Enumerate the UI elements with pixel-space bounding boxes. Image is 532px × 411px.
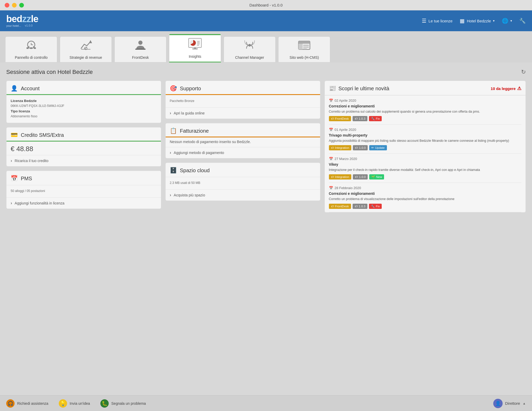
svg-rect-3 xyxy=(34,47,36,49)
spazio-card: 🗄️ Spazio cloud 2.3 MB usati di 50 MB › … xyxy=(165,163,320,201)
spazio-title: Spazio cloud xyxy=(180,168,210,174)
tag-label: Integration xyxy=(335,175,349,178)
licenses-button[interactable]: ☰ Le tue licenze xyxy=(422,18,453,24)
pms-card-header: 📅 PMS xyxy=(7,171,161,185)
cards-grid: 👤 Account Licenza Bedzzle 06KK-U2WT-FQSX… xyxy=(6,81,526,213)
tag-label: Update xyxy=(375,146,385,149)
assistenza-button[interactable]: 🎧 Richiedi assistenza xyxy=(6,399,48,408)
account-body: Licenza Bedzzle 06KK-U2WT-FQSX-3LU2-5WMJ… xyxy=(7,95,161,123)
tab-strategie[interactable]: Strategie di revenue xyxy=(60,36,112,62)
news-alert-icon: ⚠ xyxy=(517,86,521,91)
credito-card: 💳 Credito SMS/Extra € 48.88 › Ricarica i… xyxy=(6,127,161,166)
svg-rect-1 xyxy=(27,47,29,49)
fatturazione-link[interactable]: › Aggiungi metodo di pagamento xyxy=(166,147,320,158)
tag-icon: 🏷 xyxy=(331,146,334,149)
calendar-icon: 📅 xyxy=(329,186,333,190)
language-button[interactable]: 🌐 ▾ xyxy=(502,18,512,24)
spazio-body: 2.3 MB usati di 50 MB xyxy=(166,177,320,189)
tab-sitoweb[interactable]: Sito web (H-CMS) xyxy=(278,36,330,62)
idea-button[interactable]: 💡 Invia un'idea xyxy=(59,399,90,408)
news-item-title: Vikey xyxy=(329,162,521,166)
tab-strategie-label: Strategie di revenue xyxy=(69,55,102,60)
svg-marker-4 xyxy=(89,40,92,43)
news-tags: 🏷 FrontDesk 🏷 1.0.3 🔧 Fix xyxy=(329,204,521,209)
maximize-button[interactable] xyxy=(19,3,24,8)
hotel-label: Hotel Bedzzle xyxy=(467,19,491,23)
close-button[interactable] xyxy=(5,3,9,8)
tab-pannello[interactable]: Pannello di controllo xyxy=(5,36,57,62)
hotel-button[interactable]: ▦ Hotel Bedzzle ▾ xyxy=(460,18,495,24)
tag-label: Fix xyxy=(376,205,380,208)
license-label: Licenza Bedzzle xyxy=(11,99,37,103)
license-label-row: Licenza Bedzzle xyxy=(11,99,157,103)
navbar: bedzzle your hotel... v1.0.0 ☰ Le tue li… xyxy=(0,10,532,31)
license-code-row: 06KK-U2WT-FQSX-3LU2-5WMJ-A3JF xyxy=(11,104,157,108)
news-item-desc: Integrazione per il check-in rapido tram… xyxy=(329,168,521,172)
news-date-value: 02 Aprile 2020 xyxy=(335,99,356,102)
credito-card-header: 💳 Credito SMS/Extra xyxy=(7,127,161,142)
pms-title: PMS xyxy=(21,176,32,182)
news-tag: 🔧 Fix xyxy=(369,116,382,121)
logo-sub: your hotel... xyxy=(6,24,21,27)
user-badge[interactable]: 👤 Direttore ▲ xyxy=(493,399,526,408)
credito-link[interactable]: › Ricarica il tuo credito xyxy=(7,155,161,166)
news-tag: 🏷 1.0.3 xyxy=(353,116,368,121)
tab-frontdesk[interactable]: FrontDesk xyxy=(114,36,166,62)
pms-link[interactable]: › Aggiungi funzionalità in licenza xyxy=(7,197,161,209)
news-item-desc: Corretto un problema di visualizzazione … xyxy=(329,197,521,201)
news-date: 📅 02 Aprile 2020 xyxy=(329,99,521,102)
news-date-value: 27 Marzo 2020 xyxy=(335,157,357,161)
problema-button[interactable]: 🐛 Segnala un problema xyxy=(100,399,146,408)
lang-caret: ▾ xyxy=(510,19,512,23)
fatturazione-title: Fatturazione xyxy=(180,128,209,134)
svg-rect-22 xyxy=(303,45,309,46)
supporto-card: 🎯 Supporto Pacchetto Bronze › Apri la gu… xyxy=(165,81,320,119)
tools-button[interactable]: 🔧 xyxy=(519,18,526,24)
news-tag: 🏷 FrontDesk xyxy=(329,204,351,209)
pms-card: 📅 PMS 50 alloggi / 05 postazioni › Aggiu… xyxy=(6,171,161,209)
supporto-package-value: Pacchetto Bronze xyxy=(170,99,194,103)
svg-rect-13 xyxy=(197,42,200,43)
tab-insights[interactable]: Insights xyxy=(169,34,221,62)
svg-rect-23 xyxy=(303,47,309,48)
news-item[interactable]: 📅 27 Marzo 2020 Vikey Integrazione per i… xyxy=(329,154,521,183)
news-item[interactable]: 📅 02 Aprile 2020 Correzioni e migliorame… xyxy=(329,95,521,125)
news-date-value: 01 Aprile 2020 xyxy=(335,128,356,132)
tag-icon: 🏷 xyxy=(331,117,334,120)
supporto-body: Pacchetto Bronze xyxy=(166,95,320,107)
news-item[interactable]: 📅 01 Aprile 2020 Trivago multi-property … xyxy=(329,125,521,154)
fatturazione-icon: 📋 xyxy=(170,127,177,134)
news-tag: ✏ Update xyxy=(369,145,387,150)
account-card-header: 👤 Account xyxy=(7,81,161,95)
refresh-icon[interactable]: ↻ xyxy=(521,69,526,75)
supporto-link[interactable]: › Apri la guida online xyxy=(166,107,320,119)
tag-label: 1.0.0 xyxy=(359,146,366,149)
window-title: Dashboard - v1.0.0 xyxy=(249,3,283,7)
svg-rect-15 xyxy=(197,45,199,46)
mid-column: 🎯 Supporto Pacchetto Bronze › Apri la gu… xyxy=(165,81,320,213)
minimize-button[interactable] xyxy=(12,3,17,8)
main-content: Sessione attiva con Hotel Bedzzle ↻ 👤 Ac… xyxy=(0,62,532,395)
problema-label: Segnala un problema xyxy=(111,401,146,406)
credito-title: Credito SMS/Extra xyxy=(21,132,64,138)
news-tag: 🏷 1.0.0 xyxy=(353,174,368,179)
channel-icon xyxy=(243,40,256,53)
spazio-link[interactable]: › Acquista più spazio xyxy=(166,189,320,201)
svg-point-7 xyxy=(138,41,142,45)
supporto-card-header: 🎯 Supporto xyxy=(166,81,320,95)
logo[interactable]: bedzzle your hotel... v1.0.0 xyxy=(6,14,38,27)
tab-channel[interactable]: Channel Manager xyxy=(224,36,276,62)
svg-rect-21 xyxy=(299,44,303,49)
pms-info-value: 50 alloggi / 05 postazioni xyxy=(11,189,45,193)
assistenza-label: Richiedi assistenza xyxy=(17,401,48,406)
fatturazione-card-header: 📋 Fatturazione xyxy=(166,123,320,138)
strategie-icon xyxy=(79,40,93,53)
tab-pannello-label: Pannello di controllo xyxy=(15,55,48,60)
menu-icon: ☰ xyxy=(422,18,426,24)
fatturazione-card: 📋 Fatturazione Nessun metodo di pagament… xyxy=(165,123,320,158)
assistenza-icon: 🎧 xyxy=(6,399,15,408)
tag-icon: 🏷 xyxy=(355,117,358,120)
supporto-title: Supporto xyxy=(180,86,201,92)
license-code: 06KK-U2WT-FQSX-3LU2-5WMJ-A3JF xyxy=(11,104,64,108)
news-item[interactable]: 📅 28 Febbraio 2020 Correzioni e migliora… xyxy=(329,183,521,212)
